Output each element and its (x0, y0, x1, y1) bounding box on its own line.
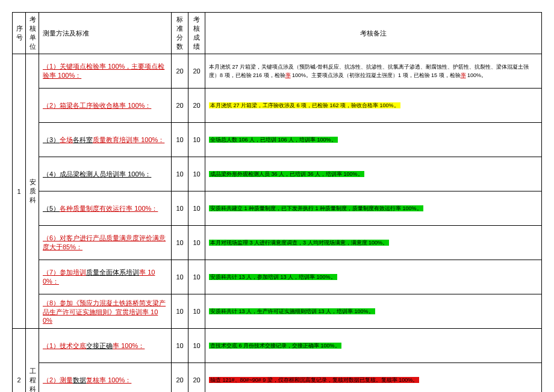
note-cell: 全场总人数 106 人，已培训 106 人，培训率 100%。 (205, 123, 542, 157)
method-cell: （4）成品梁检测人员培训率 100%： (39, 157, 172, 191)
unit-cell: 工程科 (26, 329, 39, 393)
score-cell: 20 (188, 54, 205, 89)
hdr-score: 考核成绩 (188, 13, 205, 54)
note-cell: 抽查 121#、80#~90# 9 梁，仅存框和沉高复记录，复核对数据已复核。复… (205, 363, 542, 393)
method-cell: （2）箱梁各工序验收合格率 100%： (39, 89, 172, 123)
score-cell: 10 (188, 260, 205, 294)
std-score-cell: 10 (172, 294, 188, 329)
score-cell: 10 (188, 294, 205, 329)
hdr-note: 考核备注 (205, 13, 542, 54)
assessment-table: 序号 考核单位 测量方法及标准 标准分数 考核成绩 考核备注 1安质科（1）关键… (12, 12, 542, 392)
method-cell: （1）技术交底交接正确率 100%： (39, 329, 172, 363)
score-cell: 10 (188, 123, 205, 157)
hdr-seq: 序号 (13, 13, 26, 54)
method-cell: （7）参加培训质量全面体系培训率 100%： (39, 260, 172, 294)
table-row: （7）参加培训质量全面体系培训率 100%：1010安质科共计 13 人，参加培… (13, 260, 542, 294)
std-score-cell: 20 (172, 89, 188, 123)
method-cell: （5）各种质量制度有效运行率 100%： (39, 191, 172, 226)
score-cell: 20 (188, 363, 205, 393)
table-row: （8）参加《预应力混凝土铁路桥简支梁产品生产许可证实施细则》宣贯培训率 100%… (13, 294, 542, 329)
table-row: 1安质科（1）关键项点检验率 100%，主要项点检验率 100%：2020本月浇… (13, 54, 542, 89)
std-score-cell: 10 (172, 123, 188, 157)
note-cell: 安质科共计 13 人，生产许可证实施细则培训 13 人，培训率 100%。 (205, 294, 542, 329)
table-row: （2）箱梁各工序验收合格率 100%：2020本月浇筑 27 片箱梁，工序验收涉… (13, 89, 542, 123)
header-row: 序号 考核单位 测量方法及标准 标准分数 考核成绩 考核备注 (13, 13, 542, 54)
method-cell: （1）关键项点检验率 100%，主要项点检验率 100%： (39, 54, 172, 89)
std-score-cell: 20 (172, 54, 188, 89)
hdr-std: 标准分数 (172, 13, 188, 54)
note-cell: 成品梁外形外观检测人员 36 人，已培训 36 人，培训率 100%。 (205, 157, 542, 191)
hdr-method: 测量方法及标准 (39, 13, 172, 54)
method-cell: （8）参加《预应力混凝土铁路桥简支梁产品生产许可证实施细则》宣贯培训率 100% (39, 294, 172, 329)
note-cell: 本月浇筑 27 片箱梁，工序验收涉及 6 项，已检验 162 项，验收合格率 1… (205, 89, 542, 123)
score-cell: 10 (188, 191, 205, 226)
table-row: （3）全场各科室质量教育培训率 100%：1010全场总人数 106 人，已培训… (13, 123, 542, 157)
seq-cell: 1 (13, 54, 26, 329)
table-row: （6）对客户进行产品质量满意度评价满意度大于85%：1010本月对现场监理 3 … (13, 226, 542, 260)
method-cell: （2）测量数据复核率 100%： (39, 363, 172, 393)
unit-cell: 安质科 (26, 54, 39, 329)
seq-cell: 2 (13, 329, 26, 393)
note-cell: 安质科共建立 1 种质量制度，已下发并执行 1 种质量制度，质量制度有效运行率 … (205, 191, 542, 226)
note-cell: 查技术交底 6 月份技术交接记录，交接正确率 100%。 (205, 329, 542, 363)
note-cell: 本月对现场监理 3 人进行满意度调查，3 人均对现场满意，满意度 100%。 (205, 226, 542, 260)
method-cell: （6）对客户进行产品质量满意度评价满意度大于85%： (39, 226, 172, 260)
std-score-cell: 20 (172, 363, 188, 393)
note-cell: 本月浇筑 27 片箱梁，关键项点涉及（预防碱-骨料反应、抗冻性、抗渗性、抗氯离子… (205, 54, 542, 89)
hdr-unit: 考核单位 (26, 13, 39, 54)
table-row: （2）测量数据复核率 100%：2020抽查 121#、80#~90# 9 梁，… (13, 363, 542, 393)
std-score-cell: 10 (172, 260, 188, 294)
std-score-cell: 10 (172, 191, 188, 226)
table-row: （4）成品梁检测人员培训率 100%：1010成品梁外形外观检测人员 36 人，… (13, 157, 542, 191)
note-cell: 安质科共计 13 人，参加培训 13 人，培训率 100%。 (205, 260, 542, 294)
std-score-cell: 10 (172, 157, 188, 191)
score-cell: 10 (188, 226, 205, 260)
score-cell: 20 (188, 89, 205, 123)
table-row: （5）各种质量制度有效运行率 100%：1010安质科共建立 1 种质量制度，已… (13, 191, 542, 226)
std-score-cell: 10 (172, 226, 188, 260)
std-score-cell: 10 (172, 329, 188, 363)
score-cell: 10 (188, 157, 205, 191)
table-row: 2工程科（1）技术交底交接正确率 100%：1010查技术交底 6 月份技术交接… (13, 329, 542, 363)
score-cell: 10 (188, 329, 205, 363)
method-cell: （3）全场各科室质量教育培训率 100%： (39, 123, 172, 157)
